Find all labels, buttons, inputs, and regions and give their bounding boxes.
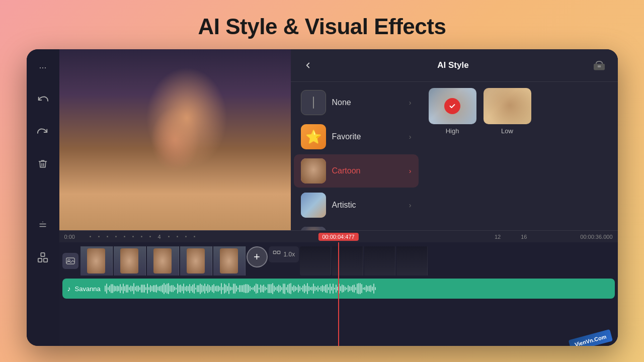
clip-2 — [114, 246, 146, 276]
video-background — [59, 49, 291, 230]
quality-thumb-low — [484, 88, 531, 124]
more-options-icon[interactable]: ··· — [34, 58, 52, 76]
bottom-section: 0:00 4 — [59, 230, 618, 346]
svg-point-8 — [448, 102, 457, 111]
style-item-comic[interactable]: Comic › — [294, 223, 419, 230]
timeline-ruler: 0:00 4 — [59, 230, 618, 242]
clip-1 — [80, 246, 113, 276]
add-clip-button[interactable]: + — [247, 246, 268, 267]
quality-label-high: High — [446, 127, 459, 135]
clip-5 — [213, 246, 246, 276]
panel-body: None › ⭐ Favorite › — [291, 82, 618, 230]
style-thumb-artistic — [301, 193, 326, 218]
panel-title: AI Style — [437, 60, 468, 70]
audio-track-name: Savanna — [75, 285, 101, 293]
style-item-none[interactable]: None › — [294, 86, 419, 119]
quality-panel: High Low — [422, 82, 618, 230]
video-preview — [59, 49, 291, 230]
audio-track-row: ♪ Savanna — [62, 279, 615, 299]
style-name-none: None — [332, 98, 403, 107]
ruler-marker-16: 16 — [521, 234, 527, 240]
clip-dark-2 — [332, 246, 363, 276]
quality-thumb-high — [429, 88, 476, 124]
style-name-artistic: Artistic — [332, 201, 403, 210]
current-time-badge: 00:00:04:477 — [318, 233, 358, 241]
track-photo-icon — [62, 253, 78, 269]
ruler-marker-12: 12 — [495, 234, 501, 240]
style-thumb-none — [301, 90, 326, 115]
svg-rect-3 — [38, 258, 42, 262]
style-name-cartoon: Cartoon — [332, 166, 403, 175]
clip-dark-4 — [396, 246, 428, 276]
style-list: None › ⭐ Favorite › — [291, 82, 422, 230]
page-title: AI Style & Visual Effects — [198, 14, 446, 39]
audio-waveform — [105, 283, 610, 295]
svg-rect-5 — [41, 253, 44, 256]
svg-rect-4 — [44, 258, 47, 262]
clip-dark-1 — [300, 246, 331, 276]
style-item-cartoon[interactable]: Cartoon › — [294, 154, 419, 188]
style-thumb-cartoon — [301, 158, 326, 184]
main-area: AI Style — [59, 49, 618, 346]
store-button[interactable] — [590, 57, 608, 73]
timeline-tracks-area: + 1.0x — [59, 242, 618, 346]
star-icon: ⭐ — [305, 129, 321, 145]
export-icon[interactable] — [34, 248, 52, 266]
chevron-favorite-icon: › — [409, 133, 412, 141]
svg-rect-11 — [273, 251, 276, 253]
layers-icon[interactable] — [34, 216, 52, 234]
cartoon-face-illustration — [59, 49, 291, 230]
track-options[interactable]: 1.0x — [269, 246, 299, 262]
audio-track[interactable]: ♪ Savanna — [62, 279, 615, 299]
video-clips: + 1.0x — [80, 246, 615, 276]
quality-label-low: Low — [501, 127, 513, 135]
quality-option-low[interactable]: Low — [484, 88, 531, 135]
ruler-start-time: 0:00 — [64, 234, 75, 240]
ai-style-panel: AI Style — [291, 49, 618, 230]
chevron-cartoon-icon: › — [409, 167, 412, 175]
chevron-artistic-icon: › — [409, 201, 412, 209]
quality-option-high[interactable]: High — [429, 88, 476, 135]
delete-icon[interactable] — [34, 155, 52, 173]
left-sidebar: ··· — [27, 49, 59, 346]
audio-icon: ♪ — [67, 285, 71, 293]
svg-rect-7 — [598, 65, 601, 67]
undo-icon[interactable] — [34, 90, 52, 109]
clip-dark-3 — [364, 246, 395, 276]
ruler-marker-4: 4 — [158, 234, 161, 240]
style-item-artistic[interactable]: Artistic › — [294, 189, 419, 222]
selected-badge-high — [444, 98, 460, 114]
redo-icon[interactable] — [34, 123, 52, 141]
style-thumb-favorite: ⭐ — [301, 124, 326, 149]
speed-label: 1.0x — [284, 251, 295, 258]
style-thumb-comic — [301, 227, 326, 230]
style-name-favorite: Favorite — [332, 132, 403, 141]
top-section: AI Style — [59, 49, 618, 230]
clip-3 — [147, 246, 179, 276]
svg-rect-12 — [277, 251, 280, 253]
back-button[interactable] — [300, 57, 316, 73]
style-item-favorite[interactable]: ⭐ Favorite › — [294, 120, 419, 153]
video-track: + 1.0x — [62, 245, 615, 277]
clip-4 — [180, 246, 212, 276]
chevron-none-icon: › — [409, 99, 412, 107]
ruler-end-time: 00:00:36.000 — [580, 234, 612, 240]
device-frame: ··· — [27, 49, 618, 346]
quality-options: High Low — [429, 88, 611, 135]
panel-header: AI Style — [291, 49, 618, 82]
